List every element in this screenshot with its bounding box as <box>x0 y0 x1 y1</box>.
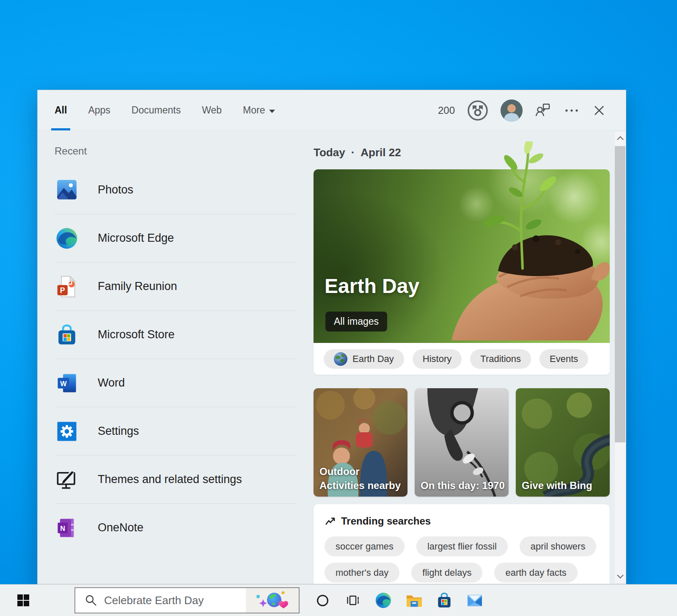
edge-browser-icon <box>55 226 79 251</box>
svg-text:N: N <box>60 525 65 532</box>
recent-item-label: Family Reunion <box>98 280 177 293</box>
earth-globe-icon <box>334 352 347 366</box>
card-label: Give with Bing <box>522 479 592 492</box>
recent-item-label: OneNote <box>98 521 143 534</box>
tab-more[interactable]: More <box>243 90 275 130</box>
powerpoint-document-icon: P <box>55 274 79 299</box>
recent-item-themes[interactable]: Themes and related settings <box>55 455 296 503</box>
search-icon <box>85 594 97 607</box>
chip-events[interactable]: Events <box>539 349 588 369</box>
recent-item-family-reunion[interactable]: P Family Reunion <box>55 262 296 310</box>
chip-history[interactable]: History <box>413 349 462 369</box>
chip-traditions[interactable]: Traditions <box>470 349 531 369</box>
trending-searches-card: Trending searches soccer games largest f… <box>314 504 610 584</box>
card-label: Outdoor Activities nearby <box>319 465 401 492</box>
hero-title: Earth Day <box>325 274 419 298</box>
feedback-icon[interactable] <box>534 102 551 119</box>
card-give-with-bing[interactable]: Give with Bing <box>516 388 610 497</box>
onenote-icon: N <box>55 516 79 540</box>
card-outdoor-activities[interactable]: Outdoor Activities nearby <box>314 388 407 497</box>
rewards-medal-icon[interactable] <box>467 99 489 122</box>
recent-item-settings[interactable]: Settings <box>55 407 296 455</box>
file-explorer-icon <box>405 592 423 608</box>
recent-item-label: Microsoft Edge <box>98 232 174 245</box>
cortana-icon <box>317 595 328 606</box>
recent-item-label: Word <box>98 376 125 389</box>
mail-icon <box>466 593 483 608</box>
task-view-icon <box>346 593 360 608</box>
settings-gear-icon <box>55 419 79 444</box>
recent-item-photos[interactable]: Photos <box>55 166 296 214</box>
svg-text:P: P <box>60 286 65 294</box>
close-icon[interactable] <box>592 103 606 118</box>
recent-item-microsoft-store[interactable]: Microsoft Store <box>55 310 296 359</box>
desktop: All Apps Documents Web More 200 <box>0 0 677 616</box>
scroll-up-button[interactable] <box>615 132 625 144</box>
recent-item-label: Themes and related settings <box>98 473 242 486</box>
recent-item-onenote[interactable]: N OneNote <box>55 503 296 552</box>
recent-item-label: Microsoft Store <box>98 328 175 341</box>
store-taskbar-button[interactable] <box>429 585 460 616</box>
search-header: All Apps Documents Web More 200 <box>38 90 626 131</box>
recent-item-edge[interactable]: Microsoft Edge <box>55 214 296 262</box>
trending-pill[interactable]: largest flier fossil <box>416 536 508 556</box>
tab-web[interactable]: Web <box>202 90 222 130</box>
all-images-button[interactable]: All images <box>325 312 387 331</box>
trending-pill[interactable]: april showers <box>520 536 597 556</box>
taskbar <box>0 584 677 616</box>
card-on-this-day[interactable]: On this day: 1970 <box>415 388 509 497</box>
taskbar-search-box[interactable] <box>74 587 300 613</box>
store-icon <box>436 592 453 609</box>
trending-pill[interactable]: soccer games <box>325 536 405 556</box>
date-separator: · <box>351 146 355 159</box>
recent-item-word[interactable]: W Word <box>55 359 296 407</box>
hero-chips-row: Earth Day History Traditions Events <box>314 343 610 375</box>
mail-button[interactable] <box>460 585 490 616</box>
trending-heading: Trending searches <box>325 515 600 527</box>
earth-day-doodle[interactable] <box>246 588 299 613</box>
today-label: Today <box>314 146 345 159</box>
search-input[interactable] <box>97 588 246 613</box>
edge-taskbar-button[interactable] <box>368 585 399 616</box>
recent-heading: Recent <box>55 145 296 157</box>
tab-web-label: Web <box>202 105 222 116</box>
trending-pill[interactable]: mother's day <box>325 563 399 583</box>
file-explorer-button[interactable] <box>399 585 429 616</box>
tab-documents[interactable]: Documents <box>132 90 181 130</box>
search-body: Recent <box>38 131 626 584</box>
photos-app-icon <box>55 177 79 202</box>
trending-pills: soccer games largest flier fossil april … <box>325 536 600 583</box>
word-app-icon: W <box>55 371 79 395</box>
chip-label: Earth Day <box>352 354 394 365</box>
tab-documents-label: Documents <box>132 105 181 116</box>
ellipsis-icon[interactable] <box>563 108 580 113</box>
search-flyout: All Apps Documents Web More 200 <box>37 90 626 584</box>
earth-day-hero-image[interactable]: Earth Day All images <box>314 169 610 343</box>
rewards-points: 200 <box>438 105 455 116</box>
avatar[interactable] <box>501 99 523 122</box>
today-cards-row: Outdoor Activities nearby <box>314 388 610 497</box>
trending-pill[interactable]: earth day facts <box>494 563 577 583</box>
themes-display-icon <box>55 467 79 492</box>
chevron-down-icon <box>269 110 275 113</box>
chip-earth-day[interactable]: Earth Day <box>324 349 404 369</box>
tab-all-label: All <box>55 105 67 116</box>
start-button[interactable] <box>0 585 47 616</box>
recent-item-label: Settings <box>98 425 139 438</box>
trending-pill[interactable]: flight delays <box>411 563 482 583</box>
tab-all[interactable]: All <box>55 90 67 130</box>
scroll-down-button[interactable] <box>615 570 625 583</box>
today-date: April 22 <box>361 146 401 159</box>
recent-list: Photos <box>55 166 296 552</box>
earth-day-hero-card[interactable]: Earth Day All images <box>314 169 610 375</box>
tab-apps-label: Apps <box>88 105 110 116</box>
microsoft-store-icon <box>55 323 79 347</box>
tab-apps[interactable]: Apps <box>88 90 110 130</box>
tab-more-label: More <box>243 105 265 116</box>
scrollbar[interactable] <box>615 132 625 583</box>
scrollbar-thumb[interactable] <box>615 146 625 442</box>
search-tabs: All Apps Documents Web More <box>38 90 275 130</box>
cortana-button[interactable] <box>307 585 338 616</box>
task-view-button[interactable] <box>338 585 368 616</box>
header-actions: 200 <box>438 99 626 122</box>
